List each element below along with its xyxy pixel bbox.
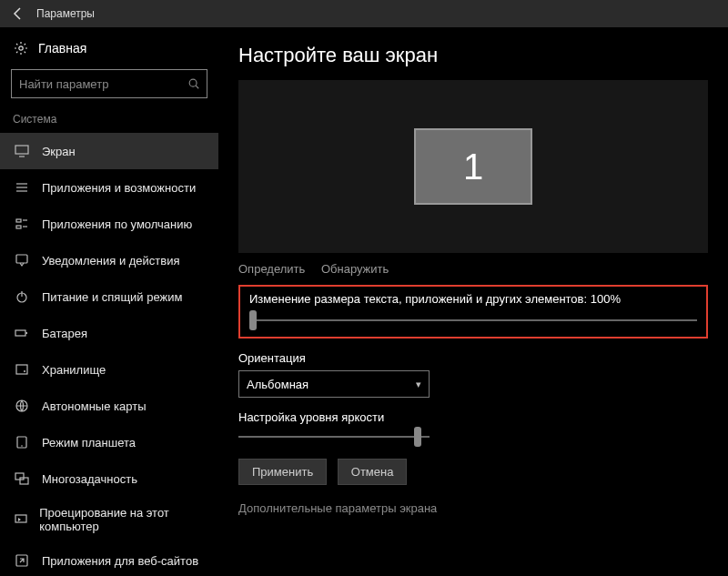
power-icon — [13, 288, 31, 306]
nav-item-9[interactable]: Многозадачность — [0, 460, 218, 497]
nav-label: Проецирование на этот компьютер — [39, 506, 206, 533]
nav-item-7[interactable]: Автономные карты — [0, 388, 218, 424]
maps-icon — [13, 397, 31, 415]
svg-rect-12 — [16, 255, 27, 263]
home-row[interactable]: Главная — [0, 33, 218, 66]
nav-item-2[interactable]: Приложения по умолчанию — [0, 206, 218, 242]
monitor-tile-1[interactable]: 1 — [414, 128, 532, 205]
search-field[interactable] — [11, 69, 207, 98]
svg-rect-8 — [16, 219, 21, 222]
page-heading: Настройте ваш экран — [238, 44, 708, 67]
nav-item-5[interactable]: Батарея — [0, 315, 218, 351]
nav-item-10[interactable]: Проецирование на этот компьютер — [0, 497, 218, 542]
svg-rect-3 — [15, 146, 28, 154]
orientation-dropdown[interactable]: Альбомная ▾ — [238, 370, 430, 398]
display-preview: 1 — [238, 80, 708, 253]
svg-point-0 — [19, 46, 23, 50]
nav-label: Хранилище — [42, 363, 106, 377]
nav-label: Питание и спящий режим — [42, 290, 182, 304]
orientation-label: Ориентация — [238, 351, 708, 365]
project-icon — [13, 510, 28, 529]
notifications-icon — [13, 251, 31, 269]
svg-point-21 — [21, 445, 23, 447]
nav-label: Экран — [42, 145, 76, 158]
svg-rect-24 — [15, 515, 26, 522]
nav-label: Уведомления и действия — [42, 254, 180, 268]
chevron-down-icon: ▾ — [416, 379, 421, 390]
nav-item-8[interactable]: Режим планшета — [0, 424, 218, 460]
nav-label: Приложения и возможности — [42, 181, 196, 195]
scale-label: Изменение размера текста, приложений и д… — [249, 292, 697, 306]
brightness-slider[interactable] — [238, 429, 430, 444]
multitask-icon — [13, 470, 31, 488]
svg-point-18 — [24, 370, 25, 372]
defaults-icon — [13, 215, 31, 233]
scale-slider-thumb[interactable] — [249, 310, 257, 330]
cancel-button[interactable]: Отмена — [338, 459, 408, 485]
window-title: Параметры — [36, 7, 95, 20]
brightness-slider-thumb[interactable] — [414, 427, 421, 447]
apply-button[interactable]: Применить — [238, 459, 327, 485]
back-arrow-icon — [11, 6, 25, 21]
monitor-icon — [13, 142, 31, 160]
search-icon — [181, 77, 207, 90]
nav-label: Автономные карты — [42, 399, 147, 413]
brightness-slider-track — [238, 436, 430, 438]
svg-rect-17 — [16, 365, 27, 374]
nav-item-0[interactable]: Экран — [0, 133, 218, 169]
nav-label: Приложения по умолчанию — [42, 217, 192, 231]
sidebar: Главная Система ЭкранПриложения и возмож… — [0, 27, 218, 576]
storage-icon — [13, 360, 31, 379]
svg-rect-16 — [26, 332, 28, 334]
svg-rect-9 — [16, 226, 21, 228]
nav-label: Батарея — [42, 327, 87, 340]
content-area: Настройте ваш экран 1 Определить Обнаруж… — [218, 27, 728, 576]
advanced-settings-link[interactable]: Дополнительные параметры экрана — [238, 501, 708, 515]
svg-rect-15 — [15, 330, 25, 336]
nav-item-1[interactable]: Приложения и возможности — [0, 169, 218, 206]
svg-line-2 — [196, 86, 198, 88]
apps-icon — [13, 178, 31, 197]
brightness-label: Настройка уровня яркости — [238, 410, 708, 424]
category-label: Система — [0, 109, 218, 133]
search-input[interactable] — [12, 77, 181, 91]
orientation-value: Альбомная — [247, 378, 308, 391]
scale-slider[interactable] — [249, 313, 697, 328]
tablet-icon — [13, 433, 31, 451]
scale-highlight: Изменение размера текста, приложений и д… — [238, 285, 708, 339]
home-label: Главная — [38, 41, 86, 56]
nav-item-3[interactable]: Уведомления и действия — [0, 242, 218, 278]
weblink-icon — [13, 551, 31, 570]
battery-icon — [13, 324, 31, 342]
display-actions: Определить Обнаружить — [238, 262, 708, 276]
nav-item-4[interactable]: Питание и спящий режим — [0, 278, 218, 315]
gear-icon — [13, 40, 29, 56]
nav-label: Приложения для веб-сайтов — [42, 554, 198, 568]
titlebar: Параметры — [0, 0, 728, 27]
nav-label: Режим планшета — [42, 436, 136, 450]
svg-point-1 — [189, 79, 197, 86]
nav-item-6[interactable]: Хранилище — [0, 351, 218, 388]
scale-slider-track — [249, 319, 697, 321]
identify-link[interactable]: Определить — [238, 262, 305, 276]
back-button[interactable] — [5, 1, 31, 26]
monitor-number: 1 — [463, 147, 483, 187]
nav-item-11[interactable]: Приложения для веб-сайтов — [0, 542, 218, 576]
nav-label: Многозадачность — [42, 472, 137, 486]
detect-link[interactable]: Обнаружить — [321, 262, 389, 276]
